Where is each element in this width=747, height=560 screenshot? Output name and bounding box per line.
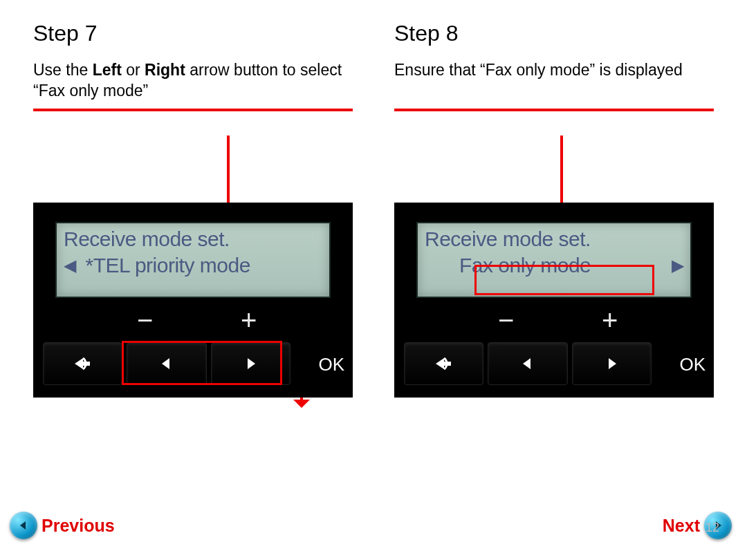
previous-icon xyxy=(10,512,37,539)
step8-description: Ensure that “Fax only mode” is displayed xyxy=(394,60,714,102)
lcd-line2: ◀ *TEL priority mode xyxy=(64,254,322,277)
highlight-lcd-text xyxy=(474,265,654,295)
text: or xyxy=(122,61,145,79)
ok-label: OK xyxy=(318,354,344,375)
back-button[interactable] xyxy=(404,342,483,385)
step7-description: Use the Left or Right arrow button to se… xyxy=(33,60,353,102)
button-row xyxy=(43,342,343,385)
callout-underline xyxy=(394,109,714,111)
next-label: Next xyxy=(663,516,700,536)
step7-column: Step 7 Use the Left or Right arrow butto… xyxy=(33,21,353,398)
minus-label: − xyxy=(137,305,153,336)
lcd-left-arrow-icon: ◀ xyxy=(64,256,76,275)
plus-label: + xyxy=(602,305,618,336)
lcd-line2-text: *TEL priority mode xyxy=(86,254,250,277)
right-arrow-button[interactable] xyxy=(572,342,652,385)
next-button[interactable]: Next xyxy=(663,512,732,539)
callout-underline xyxy=(33,109,353,111)
lcd-screen: Receive mode set. Fax only mode ▶ xyxy=(416,222,692,298)
printer-control-panel: Receive mode set. ◀ *TEL priority mode −… xyxy=(33,203,353,398)
ok-label: OK xyxy=(679,354,706,375)
button-row xyxy=(404,342,704,385)
plus-label: + xyxy=(241,305,257,336)
lcd-right-arrow-icon: ▶ xyxy=(672,256,684,275)
back-button[interactable] xyxy=(43,342,122,385)
arrowhead-down-icon xyxy=(293,400,310,408)
footer: Previous Next 12 xyxy=(0,512,747,539)
minus-label: − xyxy=(498,305,514,336)
right-arrow-button[interactable] xyxy=(211,342,290,385)
text-bold: Right xyxy=(145,61,185,79)
lcd-line1: Receive mode set. xyxy=(64,227,322,251)
text: Use the xyxy=(33,61,93,79)
lcd-screen: Receive mode set. ◀ *TEL priority mode xyxy=(55,222,331,298)
left-arrow-button[interactable] xyxy=(488,342,567,385)
text-bold: Left xyxy=(93,61,122,79)
step8-column: Step 8 Ensure that “Fax only mode” is di… xyxy=(394,21,714,398)
device-panel-wrap: Receive mode set. ◀ *TEL priority mode −… xyxy=(33,203,353,398)
page-number: 12 xyxy=(706,521,719,535)
step7-title: Step 7 xyxy=(33,21,353,46)
previous-label: Previous xyxy=(42,516,115,536)
printer-control-panel: Receive mode set. Fax only mode ▶ − + xyxy=(394,203,714,398)
lcd-line1: Receive mode set. xyxy=(425,227,683,251)
left-arrow-button[interactable] xyxy=(127,342,206,385)
previous-button[interactable]: Previous xyxy=(10,512,115,539)
device-panel-wrap: Receive mode set. Fax only mode ▶ − + xyxy=(394,203,714,398)
step8-title: Step 8 xyxy=(394,21,714,46)
